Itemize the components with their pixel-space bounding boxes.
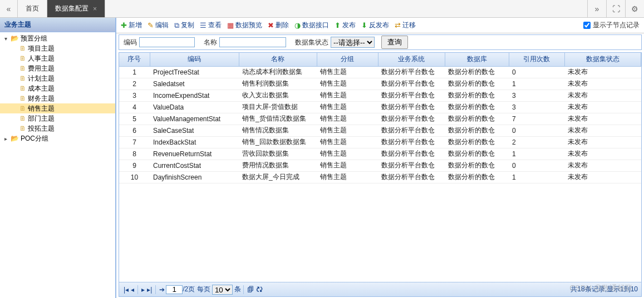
list-icon: ☰	[200, 21, 207, 29]
tabs-scroll-right[interactable]: »	[587, 0, 606, 17]
name-input[interactable]	[219, 37, 286, 47]
tree-node[interactable]: 🗎销售主题	[0, 103, 115, 113]
table-row[interactable]: 10DayfinishScreen数据大屏_今日完成销售主题数据分析平台数仓数据…	[119, 171, 641, 183]
col-biz[interactable]: 业务系统	[378, 53, 445, 66]
page-prev[interactable]: ◂	[131, 286, 134, 294]
code-label: 编码	[124, 38, 137, 47]
cell-ref: 1	[509, 148, 564, 160]
table-row[interactable]: 3IncomeExpendStat收入支出数据集销售主题数据分析平台数仓数据分析…	[119, 90, 641, 101]
cell-code: DayfinishScreen	[150, 171, 239, 183]
cell-seq: 1	[119, 66, 150, 78]
grid: 序号 编码 名称 分组 业务系统 数据库 引用次数 数据集状态 1Project…	[119, 52, 642, 297]
tree-node[interactable]: 🗎项目主题	[0, 43, 115, 53]
cell-state: 未发布	[564, 136, 641, 148]
tabs-scroll-left[interactable]: «	[0, 0, 18, 17]
copy-button[interactable]: ⧉复制	[174, 21, 194, 30]
add-button[interactable]: ✚新增	[121, 21, 142, 30]
file-icon: 🗎	[19, 74, 26, 82]
fullscreen-icon[interactable]: ⛶	[606, 0, 625, 17]
move-button[interactable]: ⇄迁移	[395, 21, 416, 30]
close-icon[interactable]: ×	[93, 5, 97, 13]
tab-dataset-config[interactable]: 数据集配置 ×	[47, 0, 105, 17]
delete-button[interactable]: ✖删除	[268, 21, 289, 30]
page-input[interactable]	[166, 285, 183, 294]
table-row[interactable]: 2Saledatset销售利润数据集销售主题数据分析平台数仓数据分析的数仓1未发…	[119, 78, 641, 90]
tree-node[interactable]: 🗎成本主题	[0, 83, 115, 93]
page-next[interactable]: ▸	[141, 286, 145, 294]
cell-biz: 数据分析平台数仓	[378, 171, 445, 183]
tree: ▾📂预置分组🗎项目主题🗎人事主题🗎费用主题🗎计划主题🗎成本主题🗎财务主题🗎销售主…	[0, 32, 115, 145]
col-code[interactable]: 编码	[150, 53, 239, 66]
cell-code: IndexBackStat	[150, 136, 239, 148]
table-row[interactable]: 4ValueData项目大屏-货值数据销售主题数据分析平台数仓数据分析的数仓3未…	[119, 101, 641, 113]
collapse-icon[interactable]: ▾	[2, 36, 9, 42]
cell-group: 销售主题	[317, 66, 378, 78]
cell-db: 数据分析的数仓	[445, 113, 509, 125]
tree-node[interactable]: ▸📂POC分组	[0, 133, 115, 143]
table-row[interactable]: 6SaleCaseStat销售情况数据集销售主题数据分析平台数仓数据分析的数仓0…	[119, 125, 641, 136]
export-icon[interactable]: 🗐	[247, 286, 254, 294]
page-first[interactable]: |◂	[124, 286, 129, 294]
show-child-checkbox[interactable]: 显示子节点记录	[583, 21, 640, 30]
tab-home-label: 首页	[26, 4, 39, 13]
tree-node[interactable]: 🗎人事主题	[0, 53, 115, 63]
tree-node[interactable]: 🗎财务主题	[0, 93, 115, 103]
cell-db: 数据分析的数仓	[445, 160, 509, 171]
refresh-icon[interactable]: 🗘	[256, 286, 263, 294]
cell-db: 数据分析的数仓	[445, 101, 509, 113]
tab-home[interactable]: 首页	[18, 0, 47, 17]
code-input[interactable]	[139, 37, 195, 47]
file-icon: 🗎	[19, 64, 26, 72]
page-go[interactable]: ➔	[159, 286, 165, 294]
tree-node[interactable]: 🗎部门主题	[0, 113, 115, 123]
cell-biz: 数据分析平台数仓	[378, 148, 445, 160]
cell-ref: 0	[509, 125, 564, 136]
tree-node[interactable]: 🗎投拓主题	[0, 123, 115, 133]
publish-button[interactable]: ⬆发布	[335, 21, 356, 30]
cell-name: 销售利润数据集	[239, 78, 317, 90]
pencil-icon: ✎	[148, 21, 154, 29]
table-row[interactable]: 9CurrentCostStat费用情况数据集销售主题数据分析平台数仓数据分析的…	[119, 160, 641, 171]
preview-button[interactable]: ▦数据预览	[227, 21, 262, 30]
col-group[interactable]: 分组	[317, 53, 378, 66]
cell-biz: 数据分析平台数仓	[378, 90, 445, 101]
col-db[interactable]: 数据库	[445, 53, 509, 66]
table-row[interactable]: 8RevenueReturnStat营收回款数据集销售主题数据分析平台数仓数据分…	[119, 148, 641, 160]
perpage-select[interactable]: 10	[212, 285, 233, 295]
cell-ref: 7	[509, 113, 564, 125]
query-button[interactable]: 查询	[381, 36, 408, 49]
view-button[interactable]: ☰查看	[200, 21, 222, 30]
table-row[interactable]: 1ProjectTreeStat动态成本利润数据集销售主题数据分析平台数仓数据分…	[119, 66, 641, 78]
cell-name: 收入支出数据集	[239, 90, 317, 101]
edit-button[interactable]: ✎编辑	[148, 21, 169, 30]
plug-icon: ◑	[294, 21, 301, 29]
col-ref[interactable]: 引用次数	[509, 53, 564, 66]
copy-icon: ⧉	[174, 21, 179, 30]
table-row[interactable]: 7IndexBackStat销售_回款数据数据集销售主题数据分析平台数仓数据分析…	[119, 136, 641, 148]
cell-ref: 0	[509, 66, 564, 78]
unpublish-button[interactable]: ⬇反发布	[361, 21, 389, 30]
col-name[interactable]: 名称	[239, 53, 317, 66]
file-icon: 🗎	[19, 54, 26, 62]
cell-seq: 8	[119, 148, 150, 160]
data-table: 序号 编码 名称 分组 业务系统 数据库 引用次数 数据集状态 1Project…	[119, 53, 641, 183]
tree-label: 销售主题	[28, 104, 55, 113]
cell-db: 数据分析的数仓	[445, 125, 509, 136]
col-seq[interactable]: 序号	[119, 53, 150, 66]
col-state[interactable]: 数据集状态	[564, 53, 641, 66]
gear-icon[interactable]: ⚙	[625, 0, 644, 17]
table-row[interactable]: 5ValueManagementStat销售_货值情况数据集销售主题数据分析平台…	[119, 113, 641, 125]
api-button[interactable]: ◑数据接口	[294, 21, 329, 30]
tree-node[interactable]: 🗎计划主题	[0, 73, 115, 83]
arrows-icon: ⇄	[395, 21, 401, 29]
cell-seq: 2	[119, 78, 150, 90]
tree-node[interactable]: 🗎费用主题	[0, 63, 115, 73]
tree-label: 投拓主题	[28, 124, 55, 133]
expand-icon[interactable]: ▸	[2, 136, 9, 142]
page-last[interactable]: ▸|	[147, 286, 152, 294]
cell-state: 未发布	[564, 113, 641, 125]
tree-node[interactable]: ▾📂预置分组	[0, 33, 115, 43]
show-child-input[interactable]	[583, 22, 591, 29]
state-select[interactable]: --请选择--	[331, 37, 375, 48]
cell-biz: 数据分析平台数仓	[378, 78, 445, 90]
